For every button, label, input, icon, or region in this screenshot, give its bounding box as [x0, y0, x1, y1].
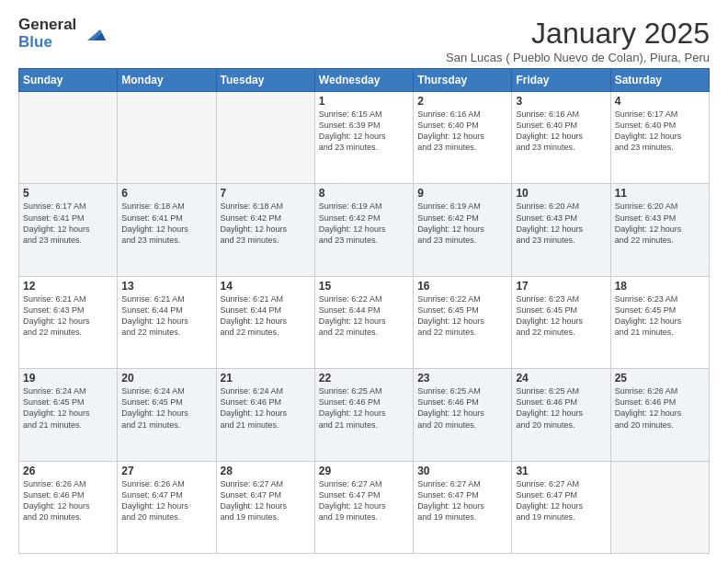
day-number: 25: [615, 372, 705, 385]
day-number: 24: [516, 372, 606, 385]
day-number: 4: [615, 95, 705, 108]
table-row: 23Sunrise: 6:25 AM Sunset: 6:46 PM Dayli…: [414, 369, 512, 461]
table-row: 31Sunrise: 6:27 AM Sunset: 6:47 PM Dayli…: [512, 461, 610, 553]
day-number: 19: [23, 372, 113, 385]
table-row: 10Sunrise: 6:20 AM Sunset: 6:43 PM Dayli…: [512, 184, 610, 276]
day-number: 12: [23, 280, 113, 293]
day-number: 14: [221, 280, 311, 293]
header-sunday: Sunday: [19, 69, 118, 92]
logo-general: General: [18, 17, 76, 34]
day-number: 13: [121, 280, 211, 293]
table-row: 21Sunrise: 6:24 AM Sunset: 6:46 PM Dayli…: [216, 369, 314, 461]
day-info: Sunrise: 6:26 AM Sunset: 6:46 PM Dayligh…: [23, 478, 113, 523]
table-row: [118, 92, 216, 184]
header-saturday: Saturday: [610, 69, 709, 92]
day-number: 2: [417, 95, 507, 108]
table-row: 9Sunrise: 6:19 AM Sunset: 6:42 PM Daylig…: [414, 184, 512, 276]
table-row: 18Sunrise: 6:23 AM Sunset: 6:45 PM Dayli…: [610, 276, 709, 368]
day-info: Sunrise: 6:21 AM Sunset: 6:44 PM Dayligh…: [221, 293, 311, 339]
day-info: Sunrise: 6:22 AM Sunset: 6:45 PM Dayligh…: [417, 293, 507, 339]
table-row: 13Sunrise: 6:21 AM Sunset: 6:44 PM Dayli…: [118, 276, 216, 368]
day-number: 23: [417, 372, 507, 385]
day-number: 10: [516, 187, 606, 200]
day-info: Sunrise: 6:27 AM Sunset: 6:47 PM Dayligh…: [221, 478, 311, 523]
day-info: Sunrise: 6:17 AM Sunset: 6:40 PM Dayligh…: [615, 109, 705, 154]
table-row: 2Sunrise: 6:16 AM Sunset: 6:40 PM Daylig…: [414, 92, 512, 184]
day-number: 1: [319, 95, 409, 108]
header-thursday: Thursday: [414, 69, 512, 92]
day-info: Sunrise: 6:23 AM Sunset: 6:45 PM Dayligh…: [516, 293, 606, 339]
day-info: Sunrise: 6:26 AM Sunset: 6:46 PM Dayligh…: [615, 385, 705, 431]
table-row: [610, 461, 709, 553]
table-row: 16Sunrise: 6:22 AM Sunset: 6:45 PM Dayli…: [414, 276, 512, 368]
day-info: Sunrise: 6:15 AM Sunset: 6:39 PM Dayligh…: [319, 109, 409, 154]
day-number: 17: [516, 280, 606, 293]
day-info: Sunrise: 6:18 AM Sunset: 6:41 PM Dayligh…: [121, 201, 211, 246]
day-info: Sunrise: 6:23 AM Sunset: 6:45 PM Dayligh…: [615, 293, 705, 339]
table-row: 14Sunrise: 6:21 AM Sunset: 6:44 PM Dayli…: [216, 276, 314, 368]
title-area: January 2025 San Lucas ( Pueblo Nuevo de…: [446, 17, 710, 64]
calendar-table: Sunday Monday Tuesday Wednesday Thursday…: [18, 68, 710, 554]
day-number: 28: [221, 465, 311, 477]
table-row: 19Sunrise: 6:24 AM Sunset: 6:45 PM Dayli…: [19, 369, 118, 461]
day-number: 7: [221, 187, 311, 200]
table-row: 28Sunrise: 6:27 AM Sunset: 6:47 PM Dayli…: [216, 461, 314, 553]
table-row: 30Sunrise: 6:27 AM Sunset: 6:47 PM Dayli…: [414, 461, 512, 553]
table-row: 24Sunrise: 6:25 AM Sunset: 6:46 PM Dayli…: [512, 369, 610, 461]
logo-blue: Blue: [18, 34, 76, 52]
table-row: 12Sunrise: 6:21 AM Sunset: 6:43 PM Dayli…: [19, 276, 118, 368]
table-row: [19, 92, 118, 184]
day-number: 29: [319, 465, 409, 477]
day-info: Sunrise: 6:27 AM Sunset: 6:47 PM Dayligh…: [319, 478, 409, 523]
table-row: 29Sunrise: 6:27 AM Sunset: 6:47 PM Dayli…: [314, 461, 413, 553]
day-number: 16: [417, 280, 507, 293]
table-row: 20Sunrise: 6:24 AM Sunset: 6:45 PM Dayli…: [118, 369, 216, 461]
day-info: Sunrise: 6:18 AM Sunset: 6:42 PM Dayligh…: [221, 201, 311, 246]
page: General Blue January 2025 San Lucas ( Pu…: [0, 0, 728, 563]
day-info: Sunrise: 6:20 AM Sunset: 6:43 PM Dayligh…: [516, 201, 606, 246]
day-number: 18: [615, 280, 705, 293]
day-number: 22: [319, 372, 409, 385]
day-number: 8: [319, 187, 409, 200]
table-row: 11Sunrise: 6:20 AM Sunset: 6:43 PM Dayli…: [610, 184, 709, 276]
calendar-header-row: Sunday Monday Tuesday Wednesday Thursday…: [19, 69, 710, 92]
day-info: Sunrise: 6:24 AM Sunset: 6:45 PM Dayligh…: [23, 385, 113, 431]
day-info: Sunrise: 6:16 AM Sunset: 6:40 PM Dayligh…: [417, 109, 507, 154]
day-number: 9: [417, 187, 507, 200]
day-number: 31: [516, 465, 606, 477]
day-info: Sunrise: 6:27 AM Sunset: 6:47 PM Dayligh…: [417, 478, 507, 523]
calendar-week-row: 1Sunrise: 6:15 AM Sunset: 6:39 PM Daylig…: [19, 92, 710, 184]
table-row: 17Sunrise: 6:23 AM Sunset: 6:45 PM Dayli…: [512, 276, 610, 368]
calendar-week-row: 19Sunrise: 6:24 AM Sunset: 6:45 PM Dayli…: [19, 369, 710, 461]
month-title: January 2025: [446, 17, 710, 51]
day-info: Sunrise: 6:26 AM Sunset: 6:47 PM Dayligh…: [121, 478, 211, 523]
table-row: 8Sunrise: 6:19 AM Sunset: 6:42 PM Daylig…: [314, 184, 413, 276]
day-info: Sunrise: 6:25 AM Sunset: 6:46 PM Dayligh…: [319, 385, 409, 431]
day-number: 21: [221, 372, 311, 385]
table-row: 6Sunrise: 6:18 AM Sunset: 6:41 PM Daylig…: [118, 184, 216, 276]
day-number: 6: [121, 187, 211, 200]
logo-icon: [80, 20, 108, 48]
table-row: 27Sunrise: 6:26 AM Sunset: 6:47 PM Dayli…: [118, 461, 216, 553]
header: General Blue January 2025 San Lucas ( Pu…: [18, 17, 710, 64]
calendar-week-row: 12Sunrise: 6:21 AM Sunset: 6:43 PM Dayli…: [19, 276, 710, 368]
day-number: 20: [121, 372, 211, 385]
day-info: Sunrise: 6:24 AM Sunset: 6:45 PM Dayligh…: [121, 385, 211, 431]
day-info: Sunrise: 6:16 AM Sunset: 6:40 PM Dayligh…: [516, 109, 606, 154]
calendar-week-row: 5Sunrise: 6:17 AM Sunset: 6:41 PM Daylig…: [19, 184, 710, 276]
day-info: Sunrise: 6:19 AM Sunset: 6:42 PM Dayligh…: [417, 201, 507, 246]
calendar-week-row: 26Sunrise: 6:26 AM Sunset: 6:46 PM Dayli…: [19, 461, 710, 553]
day-number: 3: [516, 95, 606, 108]
day-info: Sunrise: 6:25 AM Sunset: 6:46 PM Dayligh…: [516, 385, 606, 431]
header-friday: Friday: [512, 69, 610, 92]
day-info: Sunrise: 6:24 AM Sunset: 6:46 PM Dayligh…: [221, 385, 311, 431]
day-info: Sunrise: 6:20 AM Sunset: 6:43 PM Dayligh…: [615, 201, 705, 246]
day-info: Sunrise: 6:25 AM Sunset: 6:46 PM Dayligh…: [417, 385, 507, 431]
header-tuesday: Tuesday: [216, 69, 314, 92]
day-number: 26: [23, 465, 113, 477]
day-info: Sunrise: 6:22 AM Sunset: 6:44 PM Dayligh…: [319, 293, 409, 339]
table-row: 25Sunrise: 6:26 AM Sunset: 6:46 PM Dayli…: [610, 369, 709, 461]
day-number: 11: [615, 187, 705, 200]
day-info: Sunrise: 6:27 AM Sunset: 6:47 PM Dayligh…: [516, 478, 606, 523]
table-row: 26Sunrise: 6:26 AM Sunset: 6:46 PM Dayli…: [19, 461, 118, 553]
